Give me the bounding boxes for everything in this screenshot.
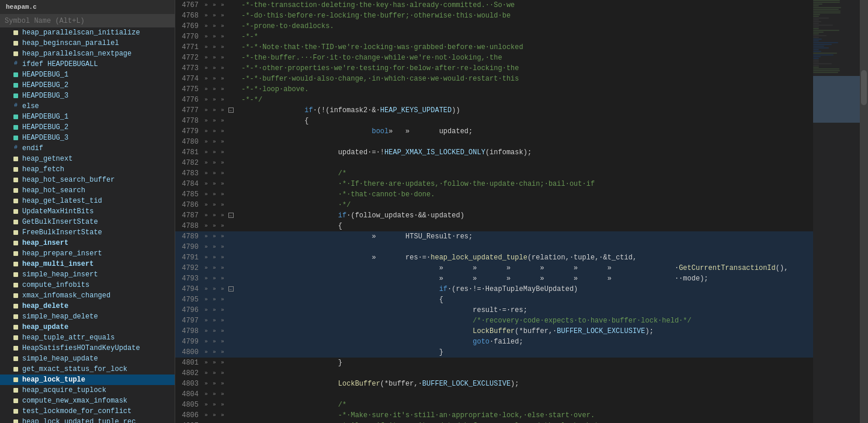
- sidebar-item-heap_get_latest_tid[interactable]: heap_get_latest_tid: [0, 196, 175, 206]
- code-row-4780: 4780»»»: [175, 137, 813, 147]
- sidebar-item-UpdateMaxHintBits[interactable]: UpdateMaxHintBits: [0, 206, 175, 217]
- sidebar-item-compute_infobits[interactable]: compute_infobits: [0, 280, 175, 290]
- fold-indicator[interactable]: −: [227, 210, 235, 221]
- arrow-col: »: [210, 200, 218, 210]
- sidebar-item-heap_delete[interactable]: heap_delete: [0, 301, 175, 311]
- code-row-4773: 4773»»» -*-*·other·properties·we're·test…: [175, 63, 813, 74]
- arrow-col: »: [202, 252, 210, 263]
- fold-indicator[interactable]: −: [227, 284, 235, 294]
- sidebar-item-heap_hot_search[interactable]: heap_hot_search: [0, 185, 175, 196]
- sidebar-item-simple_heap_update[interactable]: simple_heap_update: [0, 353, 175, 364]
- vertical-scrollbar[interactable]: [860, 0, 868, 423]
- sidebar-item-HEAPDEBUG_1_1[interactable]: HEAPDEBUG_1: [0, 70, 175, 80]
- scrollbar-thumb[interactable]: [861, 70, 867, 105]
- fold-button[interactable]: −: [228, 286, 234, 292]
- sidebar-item-heap_fetch[interactable]: heap_fetch: [0, 164, 175, 175]
- symbol-search-input[interactable]: [0, 15, 175, 27]
- line-number: 4800: [175, 347, 202, 358]
- code-row-4778: 4778»»» {: [175, 116, 813, 126]
- fold-indicator[interactable]: −: [227, 105, 235, 116]
- sidebar-item-get_mxact_status_for_lock[interactable]: get_mxact_status_for_lock: [0, 364, 175, 375]
- sidebar-item-heap_acquire_tuplock[interactable]: heap_acquire_tuplock: [0, 385, 175, 396]
- code-content: {: [235, 294, 813, 305]
- code-content: -*·Also,·if·it·wasn't·updated·before·we·…: [235, 421, 813, 423]
- func-icon: [12, 50, 20, 58]
- sidebar-item-compute_new_xmax_infomask[interactable]: compute_new_xmax_infomask: [0, 396, 175, 406]
- sidebar-item-heap_lock_tuple[interactable]: heap_lock_tuple: [0, 375, 175, 385]
- fold-button[interactable]: −: [228, 108, 234, 113]
- sidebar: heapam.c heap_parallelscan_initializehea…: [0, 0, 175, 423]
- arrow-col: »: [218, 358, 227, 368]
- arrow-col: »: [218, 379, 227, 389]
- sidebar-item-simple_heap_delete[interactable]: simple_heap_delete: [0, 311, 175, 322]
- code-row-4800: 4800»»» }: [175, 347, 813, 358]
- sidebar-item-FreeBulkInsertState[interactable]: FreeBulkInsertState: [0, 227, 175, 238]
- func-icon: [12, 407, 20, 415]
- func-icon: [12, 29, 20, 37]
- sidebar-item-HeapSatisfiesHOTandKeyUpdate[interactable]: HeapSatisfiesHOTandKeyUpdate: [0, 343, 175, 353]
- code-row-4769: 4769»»» -*-prone·to·deadlocks.: [175, 21, 813, 32]
- sidebar-item-endif_1[interactable]: #endif: [0, 143, 175, 154]
- sidebar-item-heap_tuple_attr_equals[interactable]: heap_tuple_attr_equals: [0, 332, 175, 343]
- arrow-col: »: [202, 95, 210, 105]
- sidebar-item-test_lockmode_for_conflict[interactable]: test_lockmode_for_conflict: [0, 406, 175, 417]
- code-row-4787: 4787»»»− if·(follow_updates·&&·updated): [175, 210, 813, 221]
- line-number: 4777: [175, 105, 202, 116]
- sidebar-item-HEAPDEBUG_1_2[interactable]: HEAPDEBUG_1: [0, 112, 175, 122]
- sidebar-item-heap_lock_updated_tuple_rec[interactable]: heap_lock_updated_tuple_rec: [0, 417, 175, 423]
- arrow-col: »: [218, 389, 227, 400]
- code-row-4779: 4779»»» bool» » updated;: [175, 126, 813, 137]
- arrow-col: »: [210, 95, 218, 105]
- sidebar-list[interactable]: heap_parallelscan_initializeheap_beginsc…: [0, 27, 175, 423]
- arrow-col: »: [210, 421, 218, 423]
- sidebar-item-heap_hot_search_buffer[interactable]: heap_hot_search_buffer: [0, 175, 175, 185]
- arrow-col: »: [202, 315, 210, 326]
- sidebar-item-heap_prepare_insert[interactable]: heap_prepare_insert: [0, 248, 175, 259]
- code-row-4771: 4771»»» -*-*·Note·that·the·TID·we're·loc…: [175, 42, 813, 53]
- sidebar-item-GetBulkInsertState[interactable]: GetBulkInsertState: [0, 217, 175, 227]
- sidebar-item-heap_multi_insert[interactable]: heap_multi_insert: [0, 259, 175, 269]
- arrow-col: »: [210, 358, 218, 368]
- sidebar-item-heap_update[interactable]: heap_update: [0, 322, 175, 332]
- sidebar-item-simple_heap_insert[interactable]: simple_heap_insert: [0, 269, 175, 280]
- code-content: » HTSU_Result·res;: [235, 231, 813, 242]
- arrow-col: »: [210, 189, 218, 200]
- sidebar-item-HEAPDEBUG_2_2[interactable]: HEAPDEBUG_2: [0, 122, 175, 133]
- sidebar-item-xmax_infomask_changed[interactable]: xmax_infomask_changed: [0, 290, 175, 301]
- sidebar-item-label: simple_heap_update: [22, 355, 98, 363]
- code-row-4786: 4786»»» ·*/: [175, 200, 813, 210]
- code-row-4782: 4782»»»: [175, 158, 813, 168]
- code-content: result·=·res;: [235, 305, 813, 315]
- sidebar-item-heap_insert[interactable]: heap_insert: [0, 238, 175, 248]
- sidebar-item-HEAPDEBUG_3_2[interactable]: HEAPDEBUG_3: [0, 133, 175, 143]
- arrow-col: »: [202, 242, 210, 252]
- sidebar-item-ifdef_HEAPDEBUGALL[interactable]: #ifdef HEAPDEBUGALL: [0, 59, 175, 70]
- func-icon: [12, 271, 20, 279]
- code-content: updated·=·!HEAP_XMAX_IS_LOCKED_ONLY(info…: [235, 147, 813, 158]
- sidebar-item-heap_beginscan_parallel[interactable]: heap_beginscan_parallel: [0, 38, 175, 48]
- func-icon: [12, 39, 20, 47]
- arrow-col: »: [218, 158, 227, 168]
- sidebar-item-label: heap_tuple_attr_equals: [22, 334, 114, 342]
- sidebar-item-HEAPDEBUG_3_1[interactable]: HEAPDEBUG_3: [0, 91, 175, 101]
- code-row-4790: 4790»»»: [175, 242, 813, 252]
- arrow-col: »: [218, 0, 227, 11]
- arrow-col: »: [210, 379, 218, 389]
- hash-icon: #: [12, 60, 20, 68]
- code-row-4804: 4804»»»: [175, 389, 813, 400]
- block-icon: [12, 92, 20, 100]
- arrow-col: »: [202, 221, 210, 231]
- line-number: 4775: [175, 84, 202, 95]
- sidebar-item-else_1[interactable]: #else: [0, 101, 175, 112]
- sidebar-item-HEAPDEBUG_2_1[interactable]: HEAPDEBUG_2: [0, 80, 175, 91]
- arrow-col: »: [202, 210, 210, 221]
- fold-button[interactable]: −: [228, 213, 234, 218]
- sidebar-item-heap_getnext[interactable]: heap_getnext: [0, 154, 175, 164]
- code-content: /*: [235, 400, 813, 410]
- arrow-col: »: [218, 263, 227, 273]
- block-icon: [12, 123, 20, 131]
- arrow-col: »: [202, 305, 210, 315]
- sidebar-item-heap_parallelscan_initialize[interactable]: heap_parallelscan_initialize: [0, 27, 175, 38]
- code-content: -*-*·buffer·would·also·change,·in·which·…: [235, 74, 813, 84]
- sidebar-item-heap_parallelscan_nextpage[interactable]: heap_parallelscan_nextpage: [0, 48, 175, 59]
